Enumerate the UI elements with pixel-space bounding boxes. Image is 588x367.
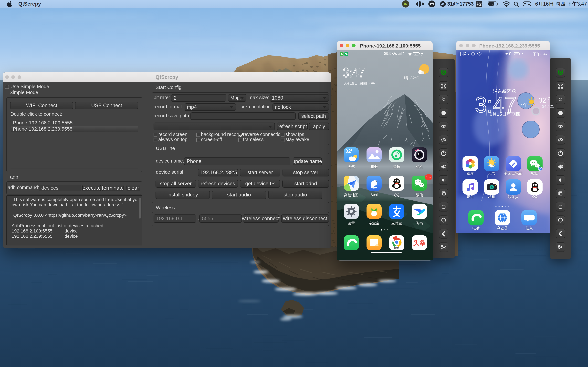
svg-text:HD: HD [402, 51, 405, 53]
svg-text:Beta: Beta [394, 246, 399, 249]
svg-text:100: 100 [514, 53, 518, 55]
svg-text:5: 5 [415, 53, 416, 55]
